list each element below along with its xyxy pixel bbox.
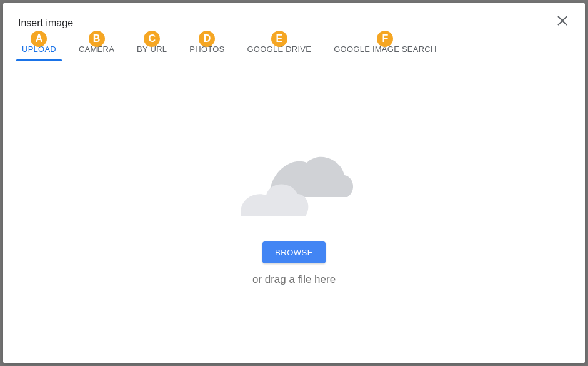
- dialog-title: Insert image: [18, 18, 73, 29]
- close-icon: [557, 16, 567, 26]
- tab-google-image-search[interactable]: F GOOGLE IMAGE SEARCH: [322, 36, 447, 60]
- badge-f: F: [377, 31, 393, 47]
- badge-b: B: [89, 31, 105, 47]
- drag-hint-text: or drag a file here: [252, 273, 336, 286]
- tab-by-url[interactable]: C BY URL: [126, 36, 178, 60]
- tab-google-drive[interactable]: E GOOGLE DRIVE: [236, 36, 323, 60]
- tabs-bar: A UPLOAD B CAMERA C BY URL D PHOTOS E GO…: [3, 36, 585, 60]
- badge-d: D: [199, 31, 215, 47]
- dialog-header: Insert image: [3, 3, 585, 31]
- badge-c: C: [144, 31, 160, 47]
- tab-camera[interactable]: B CAMERA: [67, 36, 126, 60]
- tab-photos[interactable]: D PHOTOS: [178, 36, 236, 60]
- badge-e: E: [271, 31, 287, 47]
- close-button[interactable]: [555, 13, 570, 28]
- tab-upload[interactable]: A UPLOAD: [11, 36, 67, 60]
- upload-content: BROWSE or drag a file here: [3, 60, 585, 363]
- badge-a: A: [31, 31, 47, 47]
- insert-image-dialog: Insert image A UPLOAD B CAMERA C BY URL …: [3, 3, 585, 363]
- browse-button[interactable]: BROWSE: [262, 241, 326, 263]
- cloud-upload-icon: [232, 138, 357, 225]
